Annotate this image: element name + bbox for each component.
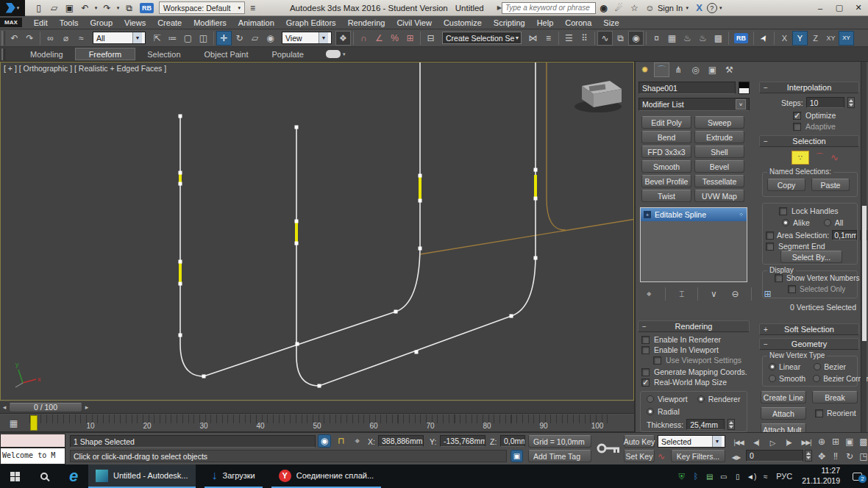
track-bar[interactable]: ▦ 10 20 30 40 50 60 70 80 90 100 [0, 415, 634, 432]
menu-corona[interactable]: Corona [559, 16, 597, 29]
ribbon-grip[interactable] [1, 49, 5, 60]
viewport-radio[interactable] [647, 395, 654, 403]
menu-modifiers[interactable]: Modifiers [188, 16, 232, 29]
segment-end-checkbox[interactable] [766, 243, 774, 251]
display-tray-icon[interactable]: ▭ [716, 467, 730, 485]
ribbon-minimize-icon[interactable] [326, 50, 341, 58]
select-place-icon[interactable]: ◉ [263, 31, 278, 46]
communication-center-icon[interactable]: ☄ [611, 1, 627, 15]
tab-create-icon[interactable]: ✹ [637, 62, 652, 77]
menu-create[interactable]: Create [152, 16, 188, 29]
menu-customize[interactable]: Customize [438, 16, 488, 29]
thickness-spinner[interactable] [728, 419, 735, 430]
segment-subobject-icon[interactable]: ⌒ [815, 151, 825, 165]
steps-field[interactable]: 10 [806, 97, 844, 108]
use-viewport-settings-checkbox[interactable] [653, 356, 661, 365]
layer-manager-icon[interactable]: ⠿ [577, 31, 592, 46]
panel-scrollbar-track[interactable] [861, 62, 867, 432]
spinner-snap-icon[interactable]: ⊞ [402, 31, 418, 46]
mini-curve-editor-icon[interactable]: ▦ [6, 416, 21, 431]
sign-in-label[interactable]: Sign In [658, 4, 683, 12]
network-tray-icon[interactable]: ≈ [758, 467, 772, 485]
modifier-button-extrude[interactable]: Extrude [694, 131, 744, 143]
notification-center-icon[interactable]: 2 [846, 467, 868, 485]
axis-constraint-icon[interactable]: XY [839, 31, 854, 46]
add-time-tag[interactable]: Add Time Tag [528, 450, 591, 462]
show-end-result-icon[interactable]: ⌶ [674, 287, 689, 301]
area-selection-field[interactable]: 0,1mm [832, 230, 857, 240]
steps-spinner[interactable] [847, 97, 855, 108]
set-key-button[interactable]: Set Key [624, 450, 655, 462]
help-caret-icon[interactable]: ▾ [717, 1, 725, 15]
modifier-button-bevel-profile[interactable]: Bevel Profile [641, 175, 691, 187]
ribbon-tab-selection[interactable]: Selection [135, 48, 192, 61]
time-tag-icon[interactable]: ▣ [511, 450, 523, 462]
select-by-name-icon[interactable]: ≔ [165, 31, 180, 46]
undo-dropdown-icon[interactable]: ▾ [93, 1, 99, 15]
timeslider-handle[interactable]: 0 / 100 [9, 403, 82, 412]
mirror-icon[interactable]: ⋈ [525, 31, 541, 46]
modifier-button-edit-poly[interactable]: Edit Poly [641, 116, 691, 129]
timeslider-prev-icon[interactable]: ◂ [0, 403, 9, 411]
named-selection-set-dropdown[interactable]: Create Selection Se ▼ [442, 32, 522, 44]
menu-animation[interactable]: Animation [232, 16, 280, 29]
toolbar-grip[interactable] [1, 31, 5, 46]
enable-renderer-checkbox[interactable] [641, 336, 650, 344]
alike-radio[interactable] [782, 219, 789, 226]
menu-edit[interactable]: Edit [28, 16, 54, 29]
make-unique-icon[interactable]: ∨ [706, 287, 722, 301]
tab-motion-icon[interactable]: ◎ [688, 62, 703, 77]
workspace-menu-icon[interactable]: ≡ [245, 1, 260, 15]
stack-item-editable-spline[interactable]: + Editable Spline ⁘ [641, 208, 747, 221]
percent-snap-icon[interactable]: % [387, 31, 402, 46]
restore-button[interactable]: ▢ [830, 1, 849, 15]
panel-splitter[interactable] [634, 62, 636, 432]
zoom-region-icon[interactable]: ▩ [857, 434, 868, 449]
optimize-checkbox[interactable] [793, 112, 801, 120]
keyword-search-input[interactable] [502, 2, 596, 14]
workspace-dropdown[interactable]: Workspace: Default ▾ [159, 1, 245, 14]
bezier-radio[interactable] [814, 363, 821, 370]
walk-through-icon[interactable]: ‼ [829, 449, 842, 464]
curve-editor-icon[interactable]: ∿ [597, 31, 613, 46]
edge-browser-icon[interactable]: e [59, 464, 88, 488]
minimize-button[interactable]: – [811, 1, 830, 15]
graphics-tray-icon[interactable]: ▤ [702, 467, 716, 485]
angle-snap-icon[interactable]: ∠ [371, 31, 387, 46]
orbit-icon[interactable]: ↻ [843, 449, 856, 464]
render-production-icon[interactable]: ♨ [680, 31, 695, 46]
modifier-button-smooth[interactable]: Smooth [641, 160, 691, 173]
pin-stack-icon[interactable]: ⌖ [641, 287, 657, 301]
window-crossing-icon[interactable]: ◫ [196, 31, 211, 46]
new-scene-icon[interactable]: ▯ [31, 1, 46, 15]
modifier-button-tessellate[interactable]: Tessellate [694, 175, 744, 187]
taskbar-app-3dsmax[interactable]: Untitled - Autodesk... [88, 464, 196, 488]
next-frame-icon[interactable]: |▶ [781, 435, 796, 450]
unlink-selection-icon[interactable]: ⌀ [58, 31, 74, 46]
sign-in-caret-icon[interactable]: ▾ [683, 1, 691, 15]
axis-xy-button[interactable]: XY [823, 31, 839, 46]
select-move-icon[interactable]: ✛ [216, 31, 232, 46]
redo-dropdown-icon[interactable]: ▾ [115, 1, 121, 15]
rendered-frame-icon[interactable]: ▦ [664, 31, 680, 46]
create-line-button[interactable]: Create Line [761, 391, 806, 403]
edit-named-selections-icon[interactable]: ⊟ [423, 31, 438, 46]
z-coord-field[interactable]: 0,0mm [500, 435, 525, 447]
close-button[interactable]: ✕ [849, 1, 868, 15]
zoom-all-icon[interactable]: ⊞ [829, 434, 842, 449]
help-icon[interactable]: ? [707, 3, 717, 13]
ribbon-tab-populate[interactable]: Populate [260, 48, 315, 61]
spline-subobject-icon[interactable]: ∿ [830, 152, 839, 163]
area-selection-checkbox[interactable] [766, 232, 774, 240]
paste-button[interactable]: Paste [811, 179, 850, 191]
modifier-button-twist[interactable]: Twist [641, 190, 691, 202]
selection-filter-dropdown[interactable]: All ▼ [93, 32, 146, 44]
language-indicator[interactable]: РУС [772, 467, 796, 485]
lock-handles-checkbox[interactable] [779, 207, 787, 215]
menu-views[interactable]: Views [118, 16, 152, 29]
favorites-star-icon[interactable]: ☆ [627, 1, 642, 15]
viewport[interactable]: [ + ] [ Orthographic ] [ Realistic + Edg… [0, 62, 634, 401]
menu-scripting[interactable]: Scripting [488, 16, 531, 29]
align-icon[interactable]: ≡ [541, 31, 556, 46]
stack-expand-icon[interactable]: + [644, 211, 651, 218]
